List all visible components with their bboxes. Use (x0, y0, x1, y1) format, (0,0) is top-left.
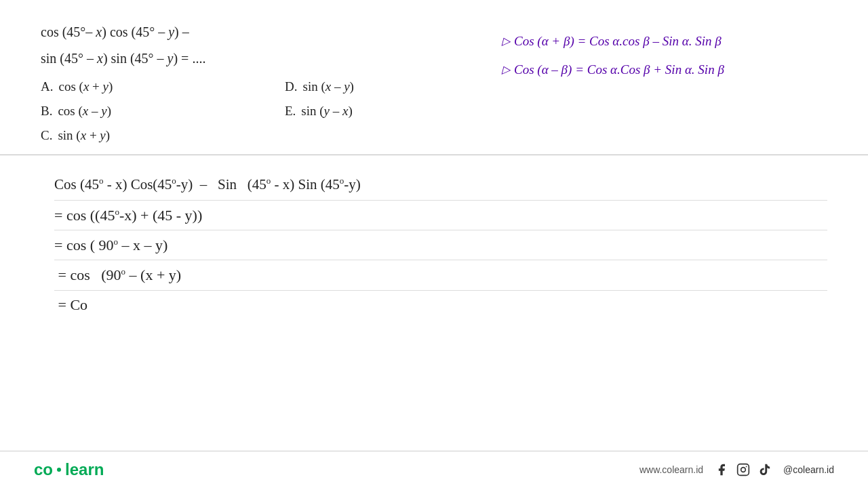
option-c: C. sin (x + y) (41, 124, 244, 147)
option-d: D. sin (x – y) (285, 75, 488, 98)
formula-2-text: Cos (α – β) = Cos α.Cos β + Sin α. Sin β (514, 56, 724, 84)
solution-line-2: = cos ((45o-x) + (45 - y)) (54, 201, 827, 230)
logo-co: co (34, 460, 53, 479)
option-e-label: E. (285, 100, 296, 123)
option-e: E. sin (y – x) (285, 100, 488, 123)
formula-1-arrow: ▷ (502, 29, 510, 53)
footer-url: www.colearn.id (639, 464, 703, 475)
footer: co learn www.colearn.id (0, 451, 868, 488)
logo-dot (57, 468, 61, 472)
option-a-label: A. (41, 75, 53, 98)
option-a: A. cos (x + y) (41, 75, 244, 98)
solution-section: Cos (45o - x) Cos(45o-y) – Sin (45o - x)… (0, 158, 868, 319)
formula-1-text: Cos (α + β) = Cos α.cos β – Sin α. Sin β (514, 27, 722, 56)
svg-point-2 (746, 466, 747, 468)
option-c-value: sin (x + y) (58, 124, 110, 147)
solution-line-5: = Co (54, 291, 827, 319)
facebook-icon (713, 462, 730, 478)
formula-1: ▷ Cos (α + β) = Cos α.cos β – Sin α. Sin… (502, 27, 814, 56)
footer-handle: @colearn.id (783, 464, 834, 475)
option-b-value: cos (x – y) (58, 100, 111, 123)
question-line1: cos (45°– x) cos (45° – y) – (41, 20, 488, 43)
social-icons (713, 462, 773, 478)
option-b-label: B. (41, 100, 52, 123)
solution-line-3: = cos ( 90o – x – y) (54, 230, 827, 260)
question-text: cos (45°– x) cos (45° – y) – sin (45° – … (41, 20, 488, 148)
svg-rect-0 (738, 464, 749, 476)
option-b: B. cos (x – y) (41, 100, 244, 123)
formula-2-arrow: ▷ (502, 58, 510, 81)
svg-point-1 (741, 468, 746, 472)
option-d-value: sin (x – y) (302, 75, 353, 98)
option-e-value: sin (y – x) (301, 100, 352, 123)
logo-learn: learn (65, 460, 104, 479)
question-line2: sin (45° – x) sin (45° – y) = .... (41, 47, 488, 70)
option-a-value: cos (x + y) (58, 75, 113, 98)
instagram-icon (735, 462, 751, 478)
solution-line-4: = cos (90o – (x + y) (54, 260, 827, 290)
tiktok-icon (757, 462, 773, 478)
footer-right: www.colearn.id (639, 462, 834, 478)
footer-logo: co learn (34, 460, 104, 479)
solution-line-1: Cos (45o - x) Cos(45o-y) – Sin (45o - x)… (54, 168, 827, 201)
formula-2: ▷ Cos (α – β) = Cos α.Cos β + Sin α. Sin… (502, 56, 814, 84)
formula-box: ▷ Cos (α + β) = Cos α.cos β – Sin α. Sin… (488, 20, 827, 91)
option-d-label: D. (285, 75, 297, 98)
options-grid: A. cos (x + y) D. sin (x – y) B. cos (x … (41, 75, 488, 148)
option-c-label: C. (41, 124, 52, 147)
